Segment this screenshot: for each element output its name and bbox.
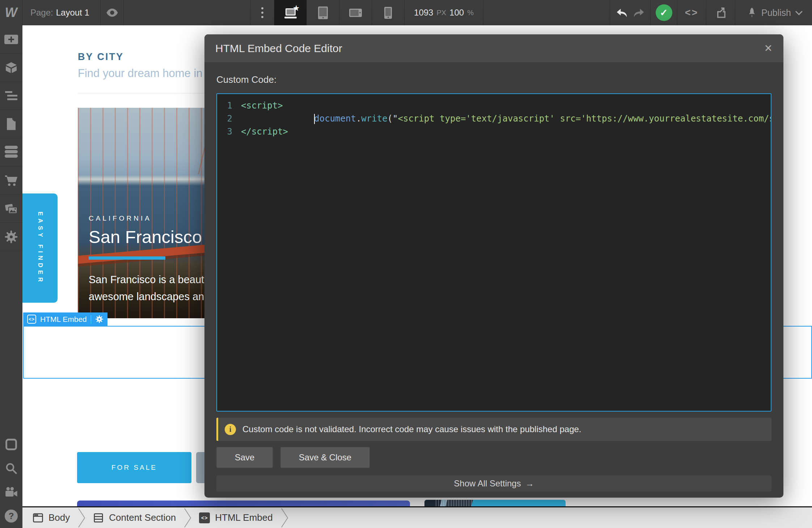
plus-icon [4, 35, 18, 44]
embed-code-icon: <> [199, 512, 210, 523]
images-icon [4, 203, 18, 215]
code-line-3: 3 </script> [217, 125, 771, 138]
code-indent [241, 114, 314, 124]
phone-portrait-icon [384, 7, 392, 19]
page-icon [5, 118, 17, 131]
save-button[interactable]: Save [216, 447, 273, 468]
webflow-designer: W Page: Layout 1 ★ [0, 0, 812, 528]
video-tutorials-button[interactable] [0, 480, 22, 504]
section-subheading[interactable]: Find your dream home in our [78, 67, 222, 80]
square-outline-icon [5, 438, 18, 451]
html-embed-selection-tag[interactable]: <> HTML Embed [23, 312, 107, 326]
breadcrumb-label: Body [48, 512, 70, 523]
webflow-logo-icon[interactable]: W [0, 0, 22, 25]
export-code-button[interactable]: <> [677, 0, 706, 25]
code-token: . [356, 114, 361, 124]
chevron-down-icon [795, 8, 803, 15]
secondary-button-partial[interactable] [196, 452, 205, 483]
code-token: document [314, 114, 356, 124]
breadcrumb-chevron-icon [280, 508, 289, 528]
breakpoint-tablet-button[interactable] [307, 0, 339, 25]
easy-finder-label: EASY FINDER [37, 212, 44, 285]
for-sale-button[interactable]: FOR SALE [77, 452, 191, 483]
logo-glyph: W [5, 5, 17, 20]
more-options-menu[interactable] [250, 0, 274, 25]
history-controls [610, 0, 651, 25]
symbols-button[interactable] [0, 54, 22, 82]
body-window-icon [33, 513, 43, 523]
section-icon [93, 513, 104, 523]
section-heading[interactable]: BY CITY [78, 51, 124, 63]
zoom-value: 100 [449, 8, 464, 18]
show-all-settings-label: Show All Settings [454, 478, 521, 489]
code-token: </script> [241, 127, 288, 137]
breakpoint-desktop-button[interactable]: ★ [274, 0, 307, 25]
help-button[interactable]: ? [0, 504, 22, 528]
easy-finder-tab[interactable]: EASY FINDER [22, 193, 58, 303]
code-line-1: 1 <script> [217, 99, 771, 112]
code-token: " [393, 114, 398, 124]
page-selector[interactable]: Page: Layout 1 [22, 0, 101, 25]
code-editor[interactable]: 1 <script> 2 document.write("<script typ… [216, 93, 771, 412]
element-breadcrumb-bar: Body Content Section <> HTML Embed [22, 506, 812, 528]
embed-settings-gear-icon[interactable] [95, 315, 103, 323]
settings-button[interactable] [0, 223, 22, 251]
info-icon: i [225, 424, 236, 435]
gear-icon [4, 230, 18, 244]
preview-toggle-button[interactable] [101, 0, 124, 25]
top-toolbar: W Page: Layout 1 ★ [0, 0, 812, 25]
sidebar-bottom-group: ? [0, 433, 22, 528]
video-camera-icon [4, 486, 18, 498]
undo-icon[interactable] [616, 8, 629, 17]
show-all-settings-button[interactable]: Show All Settings → [216, 476, 771, 491]
add-elements-button[interactable] [0, 25, 22, 54]
code-token: <script> [241, 101, 283, 111]
close-icon[interactable]: ✕ [764, 42, 773, 54]
breakpoint-phone-landscape-button[interactable] [339, 0, 372, 25]
eye-icon [106, 8, 118, 17]
line-number: 2 [217, 112, 232, 125]
zoom-unit: % [467, 9, 474, 17]
code-token: ( [388, 114, 393, 124]
toolbar-spacer [483, 0, 610, 25]
style-panel-button[interactable] [0, 433, 22, 456]
search-button[interactable] [0, 456, 22, 480]
pages-button[interactable] [0, 110, 22, 138]
toolbar-spacer [124, 0, 250, 25]
publish-button[interactable]: Publish [735, 0, 812, 25]
modal-title: HTML Embed Code Editor [215, 42, 764, 55]
html-embed-code-editor-modal: HTML Embed Code Editor ✕ Custom Code: 1 … [204, 34, 783, 498]
assets-button[interactable] [0, 195, 22, 223]
database-icon [5, 146, 18, 159]
share-button[interactable] [706, 0, 735, 25]
rocket-icon [747, 7, 757, 18]
modal-header: HTML Embed Code Editor ✕ [204, 34, 783, 62]
arrow-right-icon: → [525, 478, 534, 489]
cube-icon [5, 61, 18, 74]
saved-status-button[interactable]: ✓ [651, 0, 677, 25]
cms-collections-button[interactable] [0, 138, 22, 166]
navigator-button[interactable] [0, 82, 22, 110]
canvas-width-value: 1093 [414, 8, 433, 18]
canvas-width-unit: PX [436, 9, 446, 17]
breadcrumb-item-body[interactable]: Body [30, 512, 72, 523]
modal-actions: Save Save & Close [216, 447, 771, 468]
question-mark-icon: ? [5, 510, 18, 523]
redo-icon[interactable] [632, 8, 644, 17]
modal-body: Custom Code: 1 <script> 2 document.write… [204, 74, 783, 491]
save-and-close-button[interactable]: Save & Close [280, 447, 370, 468]
canvas-dimensions[interactable]: 1093 PX 100 % [405, 0, 483, 25]
publish-label: Publish [761, 8, 791, 18]
city-card-accent-bar [89, 256, 165, 260]
page-name: Layout 1 [56, 8, 89, 18]
warning-text: Custom code is not validated. Incorrect … [242, 424, 581, 434]
breadcrumb-label: HTML Embed [215, 512, 272, 523]
phone-landscape-icon [349, 9, 362, 17]
breakpoint-phone-portrait-button[interactable] [372, 0, 405, 25]
breadcrumb-item-html-embed[interactable]: <> HTML Embed [197, 512, 275, 523]
tablet-icon [318, 7, 328, 19]
embed-tag-divider [91, 315, 91, 324]
ecommerce-button[interactable] [0, 166, 22, 195]
breadcrumb-chevron-icon [183, 508, 192, 528]
breadcrumb-item-content-section[interactable]: Content Section [91, 512, 178, 523]
